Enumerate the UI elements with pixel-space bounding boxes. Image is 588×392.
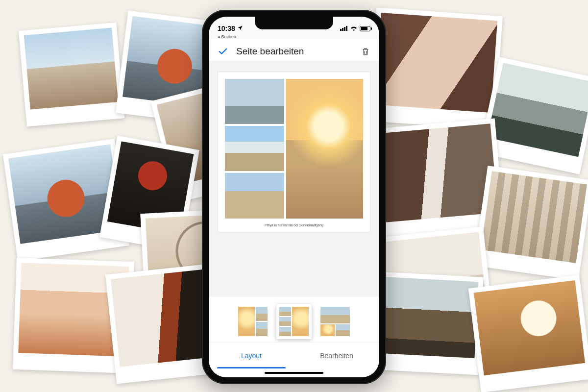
- layout-option[interactable]: [235, 304, 270, 339]
- tab-edit[interactable]: Bearbeiten: [294, 343, 379, 368]
- location-arrow-icon: [237, 24, 243, 32]
- status-time: 10:38: [218, 24, 235, 32]
- confirm-check-icon[interactable]: [218, 46, 228, 57]
- wifi-icon: [350, 24, 358, 32]
- layout-thumbnails: [209, 297, 379, 342]
- background-photo: [375, 272, 484, 375]
- phone-frame: 10:38 ◂ Suchen Seite bearbeiten: [202, 10, 386, 384]
- background-photo: [368, 7, 503, 129]
- phone-screen: 10:38 ◂ Suchen Seite bearbeiten: [209, 17, 379, 377]
- delete-trash-icon[interactable]: [361, 47, 370, 56]
- page-caption[interactable]: Playa la Fontanilla bei Sonnenaufgang: [225, 219, 363, 230]
- bottom-tabs: Layout Bearbeiten: [209, 342, 379, 368]
- collage-photo[interactable]: [225, 79, 284, 124]
- phone-notch: [255, 17, 333, 29]
- layout-option[interactable]: [318, 304, 353, 339]
- page-title: Seite bearbeiten: [236, 46, 353, 57]
- back-to-app[interactable]: ◂ Suchen: [209, 34, 379, 39]
- page-canvas-area: Playa la Fontanilla bei Sonnenaufgang: [209, 61, 379, 297]
- collage-photo[interactable]: [286, 79, 363, 219]
- collage-photo[interactable]: [225, 173, 284, 218]
- background-photo: [474, 166, 588, 280]
- photobook-page[interactable]: Playa la Fontanilla bei Sonnenaufgang: [218, 72, 370, 232]
- app-header: Seite bearbeiten: [209, 39, 379, 61]
- home-indicator[interactable]: [209, 368, 379, 377]
- layout-option-selected[interactable]: [276, 304, 312, 339]
- background-photo: [19, 23, 124, 127]
- battery-icon: [360, 26, 370, 31]
- collage-photo[interactable]: [225, 126, 284, 171]
- cell-signal-icon: [340, 26, 348, 31]
- tab-layout[interactable]: Layout: [209, 343, 294, 368]
- background-photo: [468, 275, 588, 392]
- photo-collage: [225, 79, 363, 219]
